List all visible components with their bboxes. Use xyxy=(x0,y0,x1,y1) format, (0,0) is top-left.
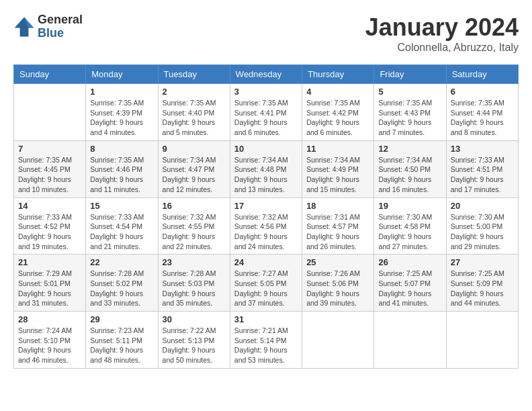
logo: General Blue xyxy=(13,13,83,40)
day-info: Sunrise: 7:32 AMSunset: 4:56 PMDaylight:… xyxy=(234,212,298,252)
calendar-cell: 20Sunrise: 7:30 AMSunset: 5:00 PMDayligh… xyxy=(446,197,518,255)
day-info: Sunrise: 7:35 AMSunset: 4:46 PMDaylight:… xyxy=(90,155,153,195)
calendar-cell: 13Sunrise: 7:33 AMSunset: 4:51 PMDayligh… xyxy=(446,140,518,197)
day-number: 14 xyxy=(18,201,81,211)
day-info: Sunrise: 7:33 AMSunset: 4:52 PMDaylight:… xyxy=(18,212,81,252)
day-info: Sunrise: 7:34 AMSunset: 4:47 PMDaylight:… xyxy=(163,155,226,195)
calendar-cell: 9Sunrise: 7:34 AMSunset: 4:47 PMDaylight… xyxy=(158,140,230,197)
day-number: 18 xyxy=(306,201,369,211)
day-info: Sunrise: 7:27 AMSunset: 5:05 PMDaylight:… xyxy=(234,269,298,308)
calendar-cell: 19Sunrise: 7:30 AMSunset: 4:58 PMDayligh… xyxy=(374,197,446,255)
day-number: 23 xyxy=(163,257,226,267)
calendar-cell: 25Sunrise: 7:26 AMSunset: 5:06 PMDayligh… xyxy=(302,255,374,312)
day-number: 20 xyxy=(451,201,514,211)
calendar-cell: 29Sunrise: 7:23 AMSunset: 5:11 PMDayligh… xyxy=(86,312,158,369)
calendar-cell: 15Sunrise: 7:33 AMSunset: 4:54 PMDayligh… xyxy=(86,197,158,255)
day-info: Sunrise: 7:29 AMSunset: 5:01 PMDaylight:… xyxy=(18,269,81,308)
day-info: Sunrise: 7:21 AMSunset: 5:14 PMDaylight:… xyxy=(234,326,298,365)
day-info: Sunrise: 7:25 AMSunset: 5:07 PMDaylight:… xyxy=(378,269,441,308)
calendar-cell: 10Sunrise: 7:34 AMSunset: 4:48 PMDayligh… xyxy=(230,140,302,197)
calendar-cell: 6Sunrise: 7:35 AMSunset: 4:44 PMDaylight… xyxy=(446,84,518,141)
day-info: Sunrise: 7:28 AMSunset: 5:02 PMDaylight:… xyxy=(90,269,153,308)
calendar-week-row: 14Sunrise: 7:33 AMSunset: 4:52 PMDayligh… xyxy=(14,197,519,255)
calendar-cell: 4Sunrise: 7:35 AMSunset: 4:42 PMDaylight… xyxy=(302,84,374,141)
day-number: 1 xyxy=(90,87,153,97)
day-info: Sunrise: 7:35 AMSunset: 4:41 PMDaylight:… xyxy=(234,98,298,138)
day-info: Sunrise: 7:26 AMSunset: 5:06 PMDaylight:… xyxy=(306,269,369,308)
calendar-cell: 2Sunrise: 7:35 AMSunset: 4:40 PMDaylight… xyxy=(158,84,230,141)
logo-general: General xyxy=(38,13,83,27)
day-number: 29 xyxy=(90,314,153,324)
day-number: 28 xyxy=(18,314,81,324)
logo-blue: Blue xyxy=(38,27,83,40)
weekday-header: Friday xyxy=(374,65,446,84)
calendar-cell xyxy=(14,84,86,141)
calendar-cell: 3Sunrise: 7:35 AMSunset: 4:41 PMDaylight… xyxy=(230,84,302,141)
day-info: Sunrise: 7:35 AMSunset: 4:44 PMDaylight:… xyxy=(451,98,514,138)
day-info: Sunrise: 7:25 AMSunset: 5:09 PMDaylight:… xyxy=(451,269,514,308)
calendar-cell: 24Sunrise: 7:27 AMSunset: 5:05 PMDayligh… xyxy=(230,255,302,312)
day-info: Sunrise: 7:35 AMSunset: 4:40 PMDaylight:… xyxy=(163,98,226,138)
calendar-week-row: 21Sunrise: 7:29 AMSunset: 5:01 PMDayligh… xyxy=(14,255,519,312)
calendar-cell: 22Sunrise: 7:28 AMSunset: 5:02 PMDayligh… xyxy=(86,255,158,312)
calendar-week-row: 7Sunrise: 7:35 AMSunset: 4:45 PMDaylight… xyxy=(14,140,519,197)
calendar-cell: 8Sunrise: 7:35 AMSunset: 4:46 PMDaylight… xyxy=(86,140,158,197)
calendar-cell: 31Sunrise: 7:21 AMSunset: 5:14 PMDayligh… xyxy=(230,312,302,369)
day-number: 27 xyxy=(451,257,514,267)
day-number: 9 xyxy=(163,144,226,154)
calendar-cell: 7Sunrise: 7:35 AMSunset: 4:45 PMDaylight… xyxy=(14,140,86,197)
day-number: 13 xyxy=(451,144,514,154)
calendar-cell: 1Sunrise: 7:35 AMSunset: 4:39 PMDaylight… xyxy=(86,84,158,141)
day-number: 11 xyxy=(306,144,369,154)
calendar-week-row: 1Sunrise: 7:35 AMSunset: 4:39 PMDaylight… xyxy=(14,84,519,141)
calendar-cell: 27Sunrise: 7:25 AMSunset: 5:09 PMDayligh… xyxy=(446,255,518,312)
day-number: 25 xyxy=(306,257,369,267)
day-info: Sunrise: 7:32 AMSunset: 4:55 PMDaylight:… xyxy=(163,212,226,252)
weekday-header-row: SundayMondayTuesdayWednesdayThursdayFrid… xyxy=(14,65,519,84)
day-info: Sunrise: 7:31 AMSunset: 4:57 PMDaylight:… xyxy=(306,212,369,252)
month-title: January 2024 xyxy=(365,13,519,42)
calendar-cell: 30Sunrise: 7:22 AMSunset: 5:13 PMDayligh… xyxy=(158,312,230,369)
day-info: Sunrise: 7:24 AMSunset: 5:10 PMDaylight:… xyxy=(18,326,81,365)
day-number: 10 xyxy=(234,144,298,154)
day-info: Sunrise: 7:33 AMSunset: 4:54 PMDaylight:… xyxy=(90,212,153,252)
day-number: 30 xyxy=(163,314,226,324)
day-number: 7 xyxy=(18,144,81,154)
day-number: 8 xyxy=(90,144,153,154)
page-header: General Blue January 2024 Colonnella, Ab… xyxy=(13,13,519,54)
day-number: 4 xyxy=(306,87,369,97)
weekday-header: Tuesday xyxy=(158,65,230,84)
logo-icon xyxy=(13,16,35,38)
day-number: 2 xyxy=(163,87,226,97)
day-info: Sunrise: 7:22 AMSunset: 5:13 PMDaylight:… xyxy=(163,326,226,365)
day-info: Sunrise: 7:33 AMSunset: 4:51 PMDaylight:… xyxy=(451,155,514,195)
day-number: 31 xyxy=(234,314,298,324)
calendar-week-row: 28Sunrise: 7:24 AMSunset: 5:10 PMDayligh… xyxy=(14,312,519,369)
day-number: 6 xyxy=(451,87,514,97)
calendar-cell: 14Sunrise: 7:33 AMSunset: 4:52 PMDayligh… xyxy=(14,197,86,255)
calendar-cell xyxy=(374,312,446,369)
day-number: 19 xyxy=(378,201,441,211)
weekday-header: Saturday xyxy=(446,65,518,84)
calendar-cell: 5Sunrise: 7:35 AMSunset: 4:43 PMDaylight… xyxy=(374,84,446,141)
calendar-cell: 18Sunrise: 7:31 AMSunset: 4:57 PMDayligh… xyxy=(302,197,374,255)
day-number: 24 xyxy=(234,257,298,267)
day-info: Sunrise: 7:34 AMSunset: 4:48 PMDaylight:… xyxy=(234,155,298,195)
day-info: Sunrise: 7:30 AMSunset: 5:00 PMDaylight:… xyxy=(451,212,514,252)
calendar-cell: 23Sunrise: 7:28 AMSunset: 5:03 PMDayligh… xyxy=(158,255,230,312)
day-info: Sunrise: 7:30 AMSunset: 4:58 PMDaylight:… xyxy=(378,212,441,252)
day-info: Sunrise: 7:34 AMSunset: 4:50 PMDaylight:… xyxy=(378,155,441,195)
day-number: 15 xyxy=(90,201,153,211)
day-info: Sunrise: 7:35 AMSunset: 4:43 PMDaylight:… xyxy=(378,98,441,138)
day-info: Sunrise: 7:28 AMSunset: 5:03 PMDaylight:… xyxy=(163,269,226,308)
weekday-header: Sunday xyxy=(14,65,86,84)
day-info: Sunrise: 7:34 AMSunset: 4:49 PMDaylight:… xyxy=(306,155,369,195)
calendar-table: SundayMondayTuesdayWednesdayThursdayFrid… xyxy=(13,64,519,369)
day-number: 26 xyxy=(378,257,441,267)
weekday-header: Wednesday xyxy=(230,65,302,84)
calendar-cell xyxy=(446,312,518,369)
title-block: January 2024 Colonnella, Abruzzo, Italy xyxy=(365,13,519,54)
location: Colonnella, Abruzzo, Italy xyxy=(365,42,519,54)
day-number: 17 xyxy=(234,201,298,211)
weekday-header: Monday xyxy=(86,65,158,84)
